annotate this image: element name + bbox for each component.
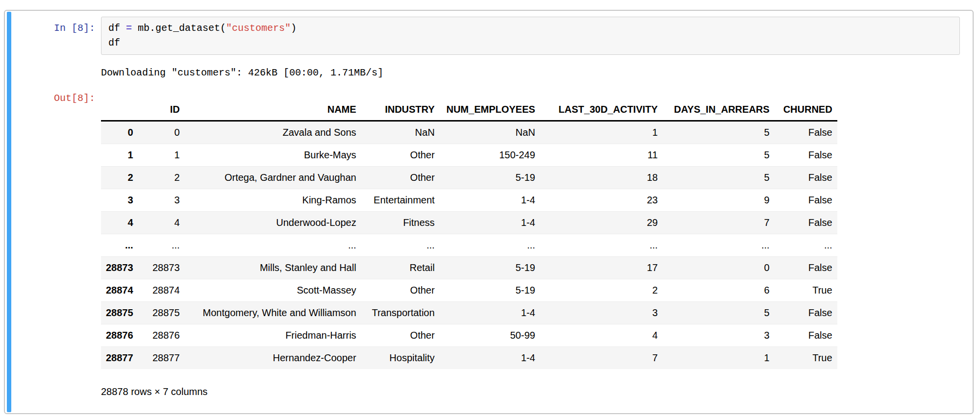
code-token-plain: ) [291, 23, 297, 34]
table-cell: ... [663, 234, 775, 257]
table-cell: False [775, 212, 837, 234]
input-prompt: In [8]: [5, 17, 101, 36]
dataframe-body: 00Zavala and SonsNaNNaN15False11Burke-Ma… [101, 121, 837, 370]
table-cell: ... [540, 234, 663, 257]
cell-output-area: Out[8]: IDNAMEINDUSTRYNUM_EMPLOYEESLAST_… [5, 91, 960, 397]
table-cell: 0 [663, 257, 775, 279]
row-index-cell: 4 [101, 212, 138, 234]
table-cell: 1-4 [440, 302, 540, 324]
table-cell: ... [775, 234, 837, 257]
table-cell: Hernandez-Cooper [185, 347, 361, 370]
table-cell: Montgomery, White and Williamson [185, 302, 361, 324]
dataframe-table: IDNAMEINDUSTRYNUM_EMPLOYEESLAST_30D_ACTI… [101, 101, 837, 369]
table-cell: Other [361, 167, 440, 189]
code-line-2: df [108, 37, 120, 49]
table-cell: 7 [540, 347, 663, 370]
table-cell: 28873 [138, 257, 185, 279]
table-cell: Other [361, 279, 440, 302]
column-header: LAST_30D_ACTIVITY [540, 101, 663, 121]
row-index-cell: 0 [101, 121, 138, 144]
table-row: 2887528875Montgomery, White and Williams… [101, 302, 837, 324]
notebook-cell: In [8]: df = mb.get_dataset("customers")… [4, 10, 974, 414]
table-cell: 5-19 [440, 257, 540, 279]
table-row: 33King-RamosEntertainment1-4239False [101, 189, 837, 212]
column-header: ID [138, 101, 185, 121]
table-cell: 17 [540, 257, 663, 279]
table-cell: 1 [540, 121, 663, 144]
table-cell: 2 [540, 279, 663, 302]
table-cell: King-Ramos [185, 189, 361, 212]
row-index-cell: 1 [101, 144, 138, 167]
corner-header-cell [101, 101, 138, 121]
table-cell: False [775, 121, 837, 144]
cell-selection-indicator [7, 12, 11, 412]
table-cell: 1 [138, 144, 185, 167]
table-cell: 28875 [138, 302, 185, 324]
table-cell: Retail [361, 257, 440, 279]
table-cell: 18 [540, 167, 663, 189]
table-cell: NaN [361, 121, 440, 144]
table-cell: 5-19 [440, 279, 540, 302]
cell-input-area: In [8]: df = mb.get_dataset("customers")… [5, 17, 960, 55]
table-cell: Mills, Stanley and Hall [185, 257, 361, 279]
stream-output: Downloading "customers": 426kB [00:00, 1… [101, 67, 960, 79]
table-cell: Entertainment [361, 189, 440, 212]
column-header: NAME [185, 101, 361, 121]
table-cell: 28877 [138, 347, 185, 370]
cell-body: In [8]: df = mb.get_dataset("customers")… [5, 11, 973, 397]
table-cell: False [775, 167, 837, 189]
table-cell: False [775, 257, 837, 279]
column-header: INDUSTRY [361, 101, 440, 121]
table-cell: 4 [540, 324, 663, 347]
table-cell: 5-19 [440, 167, 540, 189]
dataframe-header-row: IDNAMEINDUSTRYNUM_EMPLOYEESLAST_30D_ACTI… [101, 101, 837, 121]
table-cell: 28876 [138, 324, 185, 347]
table-cell: 11 [540, 144, 663, 167]
code-editor[interactable]: df = mb.get_dataset("customers") df [101, 17, 960, 55]
table-cell: 2 [138, 167, 185, 189]
table-cell: 5 [663, 167, 775, 189]
table-cell: 150-249 [440, 144, 540, 167]
table-cell: NaN [440, 121, 540, 144]
output-prompt: Out[8]: [5, 91, 101, 106]
table-cell: Other [361, 324, 440, 347]
table-cell: 23 [540, 189, 663, 212]
column-header: NUM_EMPLOYEES [440, 101, 540, 121]
table-cell: Underwood-Lopez [185, 212, 361, 234]
code-token-operator: = [126, 23, 132, 34]
table-cell: 1-4 [440, 347, 540, 370]
table-cell: Zavala and Sons [185, 121, 361, 144]
table-cell: 1 [663, 347, 775, 370]
table-cell: False [775, 144, 837, 167]
dataframe-shape-text: 28878 rows × 7 columns [101, 386, 960, 397]
table-row: 44Underwood-LopezFitness1-4297False [101, 212, 837, 234]
row-index-cell: 3 [101, 189, 138, 212]
column-header: CHURNED [775, 101, 837, 121]
stream-output-text: Downloading "customers": 426kB [00:00, 1… [101, 67, 960, 79]
table-row: 2887328873Mills, Stanley and HallRetail5… [101, 257, 837, 279]
table-row: 22Ortega, Gardner and VaughanOther5-1918… [101, 167, 837, 189]
table-cell: False [775, 302, 837, 324]
code-token-plain: df [108, 23, 126, 34]
row-index-cell: 28877 [101, 347, 138, 370]
table-cell: Ortega, Gardner and Vaughan [185, 167, 361, 189]
table-cell: Fitness [361, 212, 440, 234]
code-token-string: "customers" [226, 23, 291, 34]
table-cell: 5 [663, 121, 775, 144]
table-cell: 5 [663, 302, 775, 324]
table-row: 00Zavala and SonsNaNNaN15False [101, 121, 837, 144]
table-cell: ... [185, 234, 361, 257]
row-index-cell: 2 [101, 167, 138, 189]
table-cell: 5 [663, 144, 775, 167]
table-cell: 6 [663, 279, 775, 302]
table-row: 2887728877Hernandez-CooperHospitality1-4… [101, 347, 837, 370]
table-row: 11Burke-MaysOther150-249115False [101, 144, 837, 167]
table-cell: Transportation [361, 302, 440, 324]
table-cell: Scott-Massey [185, 279, 361, 302]
table-cell: 50-99 [440, 324, 540, 347]
code-token-plain: mb.get_dataset( [132, 23, 226, 34]
table-cell: 3 [540, 302, 663, 324]
table-row: 2887628876Friedman-HarrisOther50-9943Fal… [101, 324, 837, 347]
table-cell: False [775, 324, 837, 347]
table-cell: 1-4 [440, 212, 540, 234]
